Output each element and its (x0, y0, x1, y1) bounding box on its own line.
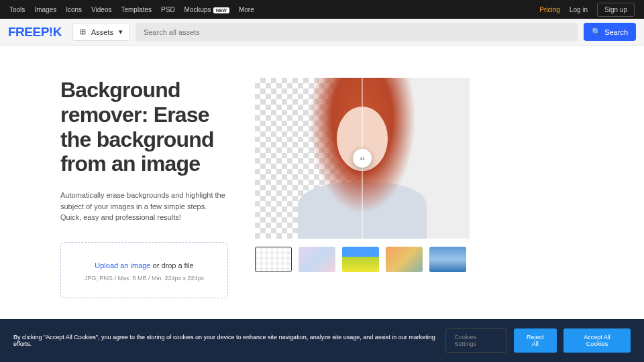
chevron-right-icon: › (362, 155, 364, 162)
new-badge: NEW (213, 7, 229, 13)
search-button[interactable]: 🔍 Search (584, 23, 636, 41)
top-nav-left: Tools Images Icons Videos Templates PSD … (9, 6, 254, 13)
page-title: Background remover: Erase the background… (60, 78, 228, 176)
chevron-down-icon: ▾ (119, 27, 123, 36)
preview-image[interactable]: ‹› (255, 78, 470, 239)
nav-videos[interactable]: Videos (91, 6, 111, 13)
accept-cookies-button[interactable]: Accept All Cookies (564, 328, 631, 353)
upload-link[interactable]: Upload an image (95, 261, 150, 269)
page-subtitle: Automatically erase backgrounds and high… (60, 190, 228, 223)
grid-icon: ⊞ (80, 27, 86, 36)
search-icon: 🔍 (592, 27, 601, 36)
navbar: FREEP!K ⊞ Assets ▾ 🔍 Search (0, 19, 644, 46)
nav-images[interactable]: Images (34, 6, 56, 13)
cookie-text: By clicking "Accept All Cookies", you ag… (13, 334, 445, 347)
nav-psd[interactable]: PSD (161, 6, 175, 13)
thumb-gradient[interactable] (386, 247, 423, 272)
logo[interactable]: FREEP!K (8, 25, 62, 40)
nav-mockups[interactable]: MockupsNEW (184, 6, 229, 13)
cookie-settings-button[interactable]: Cookies Settings (445, 328, 506, 353)
slider-handle[interactable]: ‹› (353, 149, 372, 168)
nav-templates[interactable]: Templates (121, 6, 152, 13)
hero-section: Background remover: Erase the background… (47, 78, 597, 298)
cookie-banner: By clicking "Accept All Cookies", you ag… (0, 319, 644, 362)
thumb-sky[interactable] (429, 247, 466, 272)
assets-label: Assets (91, 28, 113, 36)
nav-more[interactable]: More (239, 6, 254, 13)
background-thumbnails (255, 247, 584, 272)
cookie-buttons: Cookies Settings Reject All Accept All C… (445, 328, 631, 353)
thumb-pattern[interactable] (299, 247, 335, 272)
search-button-label: Search (604, 28, 628, 36)
thumb-transparent[interactable] (255, 247, 292, 272)
upload-text: or drop a file (150, 261, 193, 269)
nav-tools[interactable]: Tools (9, 6, 25, 13)
reject-cookies-button[interactable]: Reject All (514, 328, 557, 353)
hero-right: ‹› (255, 78, 584, 298)
top-nav-right: Pricing Log in Sign up (539, 3, 635, 17)
search-input[interactable] (136, 23, 578, 42)
hero-left: Background remover: Erase the background… (60, 78, 228, 298)
nav-pricing[interactable]: Pricing (539, 6, 560, 13)
top-bar: Tools Images Icons Videos Templates PSD … (0, 0, 644, 19)
login-link[interactable]: Log in (570, 6, 588, 13)
upload-dropzone[interactable]: Upload an image or drop a file JPG, PNG … (60, 242, 228, 298)
signup-button[interactable]: Sign up (597, 3, 635, 17)
upload-hint: JPG, PNG / Max. 8 MB / Min. 224px x 224p… (69, 275, 219, 282)
thumb-field[interactable] (342, 247, 379, 272)
assets-dropdown[interactable]: ⊞ Assets ▾ (72, 23, 130, 41)
nav-icons[interactable]: Icons (66, 6, 82, 13)
